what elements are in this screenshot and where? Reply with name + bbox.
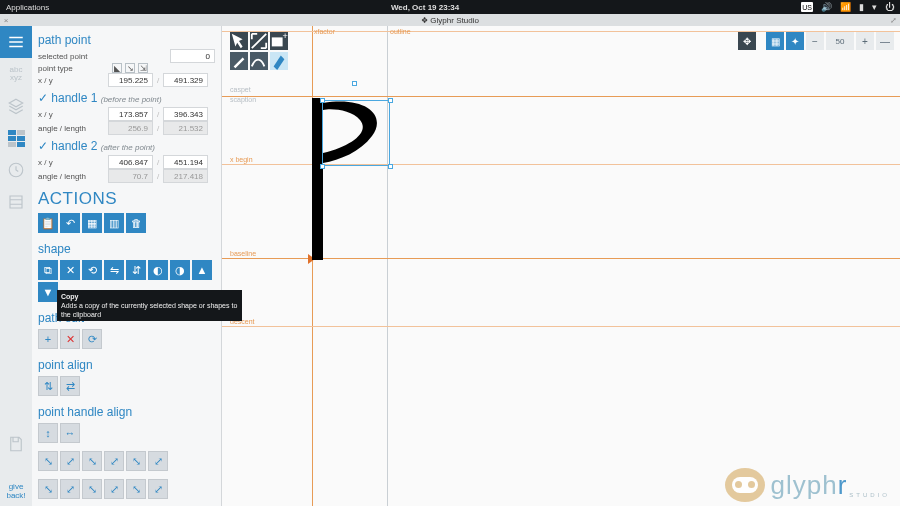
- view-pan[interactable]: ✥: [738, 32, 756, 50]
- tool-arrow[interactable]: [230, 32, 248, 50]
- add-shape-button[interactable]: ▦: [82, 213, 102, 233]
- canvas[interactable]: xfactor outline caspet scaption x begin …: [222, 26, 900, 506]
- layers-nav[interactable]: [0, 90, 32, 122]
- pha-9[interactable]: ⤡: [38, 479, 58, 499]
- pointalign-v-button[interactable]: ⇅: [38, 376, 58, 396]
- delete-button[interactable]: 🗑: [126, 213, 146, 233]
- pha-11[interactable]: ⤡: [82, 479, 102, 499]
- guides-nav[interactable]: [0, 186, 32, 218]
- selected-point-value[interactable]: 0: [170, 49, 215, 63]
- tool-newpath[interactable]: [250, 52, 268, 70]
- network-icon[interactable]: 📶: [840, 2, 851, 12]
- brand-logo: glyphr STUDIO: [725, 468, 891, 502]
- pathedit-add-button[interactable]: +: [38, 329, 58, 349]
- shape-rot2-button[interactable]: ◑: [170, 260, 190, 280]
- selection-box[interactable]: [322, 100, 390, 166]
- history-nav[interactable]: [0, 154, 32, 186]
- tool-resize[interactable]: [250, 32, 268, 50]
- pha-2[interactable]: ↔: [60, 423, 80, 443]
- shape-rot1-button[interactable]: ◐: [148, 260, 168, 280]
- shape-fliph-button[interactable]: ⇋: [104, 260, 124, 280]
- pha-7[interactable]: ⤡: [126, 451, 146, 471]
- zoom-in[interactable]: +: [856, 32, 874, 50]
- handle2-length: 217.418: [163, 169, 208, 183]
- power-icon[interactable]: ⏻: [885, 2, 894, 12]
- handle2-checkbox[interactable]: ✓: [38, 139, 48, 153]
- sel-handle-nw[interactable]: [320, 98, 325, 103]
- pointtype-flat-icon[interactable]: ↘: [125, 63, 135, 73]
- guide-outline: outline: [390, 28, 411, 35]
- undo-button[interactable]: ↶: [60, 213, 80, 233]
- nav-rail: abcxyz give back!: [0, 26, 32, 506]
- pointtype-symmetric-icon[interactable]: ⇲: [138, 63, 148, 73]
- pha-4[interactable]: ⤢: [60, 451, 80, 471]
- paste-button[interactable]: 📋: [38, 213, 58, 233]
- tool-pathedit[interactable]: [270, 52, 288, 70]
- volume-icon[interactable]: 🔊: [821, 2, 832, 12]
- pointalign-header: point align: [38, 358, 215, 372]
- shape-reverse-button[interactable]: ⟲: [82, 260, 102, 280]
- pha-10[interactable]: ⤢: [60, 479, 80, 499]
- handle1-y-input[interactable]: 396.343: [163, 107, 208, 121]
- pointtype-label: point type: [38, 64, 108, 73]
- sel-handle-ne[interactable]: [388, 98, 393, 103]
- pathpoint-header: path point: [38, 33, 215, 47]
- tool-newrect[interactable]: +: [270, 32, 288, 50]
- pathpoint-y-input[interactable]: 491.329: [163, 73, 208, 87]
- pha-14[interactable]: ⤢: [148, 479, 168, 499]
- svg-text:+: +: [283, 32, 288, 41]
- handle2-xy-label: x / y: [38, 158, 108, 167]
- handle2-header: ✓ handle 2 (after the point): [38, 139, 215, 153]
- keyboard-layout-indicator[interactable]: US: [801, 2, 813, 12]
- applications-menu[interactable]: Applications: [6, 3, 49, 12]
- view-1to1[interactable]: ✦: [786, 32, 804, 50]
- sel-handle-n[interactable]: [352, 81, 357, 86]
- pha-5[interactable]: ⤡: [82, 451, 102, 471]
- attributes-panel: path point selected point 0 point type ◣…: [32, 26, 222, 506]
- pathpoint-x-input[interactable]: 195.225: [108, 73, 153, 87]
- pha-12[interactable]: ⤢: [104, 479, 124, 499]
- pointhandlealign-header: point handle align: [38, 405, 215, 419]
- glyphs-nav[interactable]: abcxyz: [0, 58, 32, 90]
- battery-icon[interactable]: ▮: [859, 2, 864, 12]
- actions-header: ACTIONS: [38, 189, 215, 209]
- handle2-al-label: angle / length: [38, 172, 108, 181]
- window-maximize-icon[interactable]: ⤢: [888, 16, 900, 25]
- pointalign-h-button[interactable]: ⇄: [60, 376, 80, 396]
- handle2-x-input[interactable]: 406.847: [108, 155, 153, 169]
- handle1-header: ✓ handle 1 (before the point): [38, 91, 215, 105]
- pathedit-remove-button[interactable]: ✕: [60, 329, 80, 349]
- sel-handle-sw[interactable]: [320, 164, 325, 169]
- handle1-angle: 256.9: [108, 121, 153, 135]
- menu-button[interactable]: [0, 26, 32, 58]
- view-controls: ✥ ▦ ✦ − 50 + —: [738, 32, 894, 50]
- window-close-icon[interactable]: ×: [0, 16, 12, 25]
- shape-front-button[interactable]: ▲: [192, 260, 212, 280]
- pha-3[interactable]: ⤡: [38, 451, 58, 471]
- view-fit[interactable]: ▦: [766, 32, 784, 50]
- attributes-nav[interactable]: [0, 122, 32, 154]
- sel-handle-se[interactable]: [388, 164, 393, 169]
- handle1-checkbox[interactable]: ✓: [38, 91, 48, 105]
- save-nav[interactable]: [0, 428, 32, 460]
- tool-pen[interactable]: [230, 52, 248, 70]
- svg-rect-2: [272, 37, 283, 46]
- give-back-link[interactable]: give back!: [6, 476, 25, 506]
- shape-copy-button[interactable]: ⧉: [38, 260, 58, 280]
- zoom-reset[interactable]: —: [876, 32, 894, 50]
- pathedit-reset-button[interactable]: ⟳: [82, 329, 102, 349]
- chevron-down-icon[interactable]: ▾: [872, 2, 877, 12]
- shape-back-button[interactable]: ▼: [38, 282, 58, 302]
- shape-flipv-button[interactable]: ⇵: [126, 260, 146, 280]
- handle1-x-input[interactable]: 173.857: [108, 107, 153, 121]
- zoom-value[interactable]: 50: [826, 32, 854, 50]
- pha-8[interactable]: ⤢: [148, 451, 168, 471]
- add-component-button[interactable]: ▥: [104, 213, 124, 233]
- pha-6[interactable]: ⤢: [104, 451, 124, 471]
- handle2-y-input[interactable]: 451.194: [163, 155, 208, 169]
- pha-1[interactable]: ↕: [38, 423, 58, 443]
- zoom-out[interactable]: −: [806, 32, 824, 50]
- pha-13[interactable]: ⤡: [126, 479, 146, 499]
- pointtype-corner-icon[interactable]: ◣: [112, 63, 122, 73]
- shape-delete-button[interactable]: ✕: [60, 260, 80, 280]
